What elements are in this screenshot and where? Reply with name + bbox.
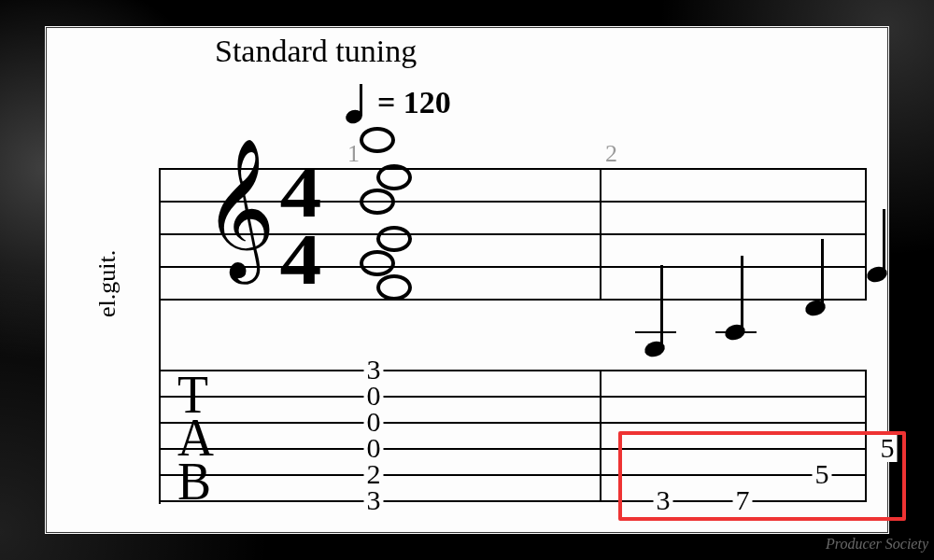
watermark-logo: Producer Society	[826, 536, 928, 553]
tuning-label: Standard tuning	[215, 34, 417, 69]
tempo-marking: = 120	[346, 82, 451, 123]
timesig-denominator: 4	[279, 226, 317, 293]
tempo-value: = 120	[377, 85, 451, 120]
score-system: el.guit. 𝄞 4 4 1 2	[121, 168, 867, 504]
bar-number-2: 2	[605, 140, 617, 168]
quarter-note-icon	[346, 82, 364, 123]
highlight-box	[618, 431, 906, 521]
time-signature: 4 4	[282, 159, 315, 293]
notation-staff: 𝄞 4 4 1 2	[159, 168, 867, 299]
tab-staff: T A B 3 0 0 0 2 3 3 7 5	[159, 370, 867, 504]
chord-bar1	[360, 127, 412, 299]
tab-fret: 3	[364, 486, 384, 514]
tab-barline	[600, 370, 601, 500]
bar-number-1: 1	[347, 140, 360, 168]
sheet-music-page: Standard tuning = 120 el.guit. 𝄞 4 4	[45, 26, 889, 534]
treble-clef-icon: 𝄞	[204, 147, 276, 269]
barline	[600, 168, 601, 299]
timesig-numerator: 4	[279, 159, 317, 226]
barline-end	[865, 168, 867, 299]
tab-clef: T A B	[177, 373, 212, 503]
instrument-label: el.guit.	[93, 250, 121, 317]
